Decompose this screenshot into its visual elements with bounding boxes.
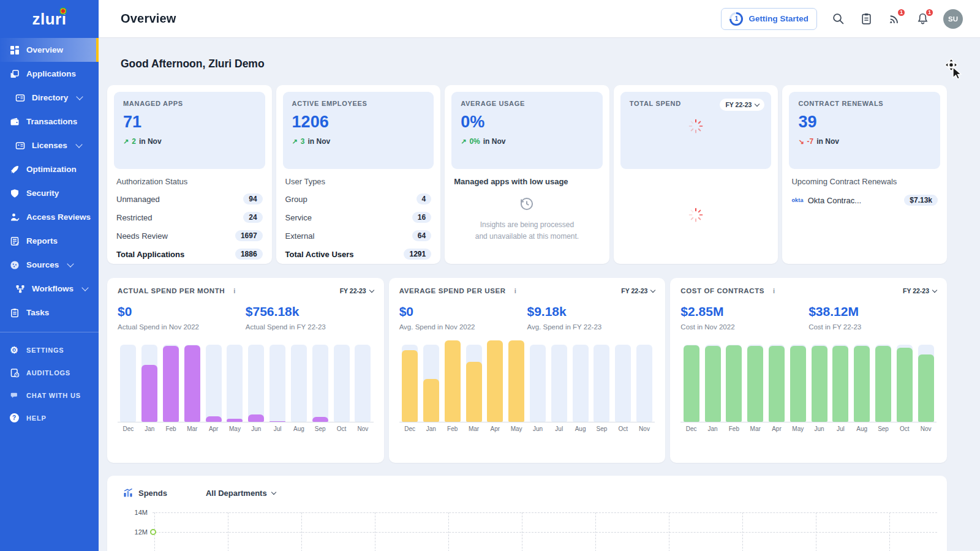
sidebar-item-access-reviews[interactable]: Access Reviews	[0, 205, 99, 229]
kv-row-total: Total Active Users1291	[285, 249, 432, 260]
sidebar-item-auditlogs[interactable]: AUDITLOGS	[0, 361, 99, 384]
sidebar-item-transactions[interactable]: Transactions	[0, 110, 99, 133]
renewal-row[interactable]: okta Okta Contrac... $7.13k	[791, 195, 938, 206]
month-label: Sep	[309, 425, 331, 432]
managed-apps-hero: MANAGED APPS 71 2 in Nov	[114, 92, 265, 169]
stat-value: $0	[118, 304, 246, 319]
shield-icon	[9, 188, 20, 198]
bar-column	[420, 340, 442, 422]
getting-started-label: Getting Started	[748, 14, 809, 23]
bar-track	[227, 345, 243, 422]
logo-wrap[interactable]: zluri	[0, 0, 99, 38]
sidebar-item-label: HELP	[26, 414, 47, 422]
info-icon[interactable]: i	[233, 287, 235, 294]
sidebar-item-help[interactable]: ? HELP	[0, 407, 99, 429]
insights-empty-state: Insights are being processed and unavail…	[451, 196, 603, 242]
wallet-icon	[9, 116, 20, 127]
sidebar-item-licenses[interactable]: Licenses	[0, 133, 99, 157]
sidebar-item-label: Overview	[26, 45, 63, 54]
card-title: ACTIVE EMPLOYEES	[292, 100, 425, 107]
bar-track	[312, 345, 328, 422]
sidebar-item-workflows[interactable]: Workflows	[0, 277, 99, 301]
bar-fill	[402, 350, 418, 422]
bar-column	[680, 340, 702, 422]
kv-value: 4	[417, 193, 432, 204]
bar-fill	[769, 346, 785, 422]
month-label: May	[224, 425, 246, 432]
bar-chart	[118, 340, 374, 422]
fy-dropdown[interactable]: FY 22-23	[621, 287, 655, 294]
bar-column	[809, 340, 830, 422]
x-axis-line	[118, 422, 374, 422]
bar-column	[267, 340, 288, 422]
kv-label: Unmanaged	[116, 195, 160, 204]
active-employees-hero: ACTIVE EMPLOYEES 1206 3 in Nov	[283, 92, 434, 169]
avatar[interactable]: SU	[943, 9, 963, 29]
gridline	[301, 512, 302, 551]
chart-stats: $0Avg. Spend in Nov 2022 $9.18kAvg. Spen…	[399, 304, 655, 331]
bar-fill	[918, 354, 934, 422]
kv-label: Service	[285, 213, 312, 222]
gear-icon	[9, 345, 20, 355]
feeds-badge: 1	[897, 8, 906, 17]
trend-up-icon	[123, 137, 129, 146]
kv-value: 94	[243, 193, 262, 204]
month-label: Jun	[527, 425, 549, 432]
sidebar-item-applications[interactable]: Applications	[0, 62, 99, 86]
chevron-down-icon	[75, 141, 82, 148]
feeds-icon[interactable]: 1	[887, 12, 902, 26]
trend-up-icon	[461, 137, 466, 146]
info-icon[interactable]: i	[773, 287, 775, 294]
fy-dropdown[interactable]: FY 22-23	[903, 287, 937, 294]
trend-down-icon	[798, 137, 804, 146]
bar-column	[224, 340, 246, 422]
search-icon[interactable]	[831, 12, 845, 26]
month-label: Jun	[246, 425, 267, 432]
chevron-down-icon	[81, 284, 88, 291]
departments-dropdown[interactable]: All Departments	[206, 489, 276, 498]
sidebar-item-optimization[interactable]: Optimization	[0, 157, 99, 181]
history-clock-icon	[519, 196, 535, 212]
bell-icon[interactable]: 1	[915, 12, 930, 26]
sidebar-item-reports[interactable]: Reports	[0, 229, 99, 253]
trend-up-icon	[292, 137, 298, 146]
sidebar-item-label: Workflows	[32, 284, 74, 293]
sidebar-item-chat-with-us[interactable]: CHAT WITH US	[0, 384, 99, 407]
info-icon[interactable]: i	[514, 287, 516, 294]
tasks-clipboard-icon[interactable]	[859, 12, 873, 26]
kv-row: External64	[285, 230, 432, 241]
sidebar-item-sources[interactable]: Sources	[0, 253, 99, 277]
month-label: Oct	[331, 425, 352, 432]
bar-column	[745, 340, 766, 422]
getting-started-button[interactable]: 1 Getting Started	[721, 8, 817, 30]
gridline	[153, 532, 937, 533]
stat-value: $38.12M	[809, 304, 937, 319]
bar-column	[246, 340, 267, 422]
fy-dropdown[interactable]: FY 22-23	[720, 99, 764, 111]
sidebar-item-tasks[interactable]: Tasks	[0, 301, 99, 324]
bar-fill	[897, 348, 913, 422]
bar-fill	[163, 346, 179, 422]
sidebar-item-settings[interactable]: SETTINGS	[0, 339, 99, 361]
sidebar-item-label: Access Reviews	[26, 212, 91, 222]
total-spend-hero: TOTAL SPEND FY 22-23	[620, 92, 772, 169]
chat-icon	[9, 390, 20, 400]
card-value: 1206	[292, 113, 425, 132]
data-point-marker	[150, 529, 156, 535]
spends-chart-icon	[123, 488, 133, 498]
sidebar-item-security[interactable]: Security	[0, 181, 99, 205]
sidebar-item-label: AUDITLOGS	[26, 369, 70, 377]
clipboard-icon	[9, 307, 20, 318]
sources-icon	[9, 260, 20, 270]
bar-column	[787, 340, 809, 422]
bar-column	[181, 340, 203, 422]
actual-spend-card: ACTUAL SPEND PER MONTH i FY 22-23 $0Actu…	[107, 278, 384, 463]
fy-dropdown[interactable]: FY 22-23	[340, 287, 374, 294]
gridline	[153, 512, 937, 513]
sidebar-item-directory[interactable]: Directory	[0, 86, 99, 110]
sidebar-item-overview[interactable]: Overview	[0, 38, 99, 62]
kv-row: Needs Review1697	[116, 230, 263, 241]
bar-fill	[875, 346, 891, 422]
bar-column	[915, 340, 937, 422]
bar-column	[570, 340, 591, 422]
